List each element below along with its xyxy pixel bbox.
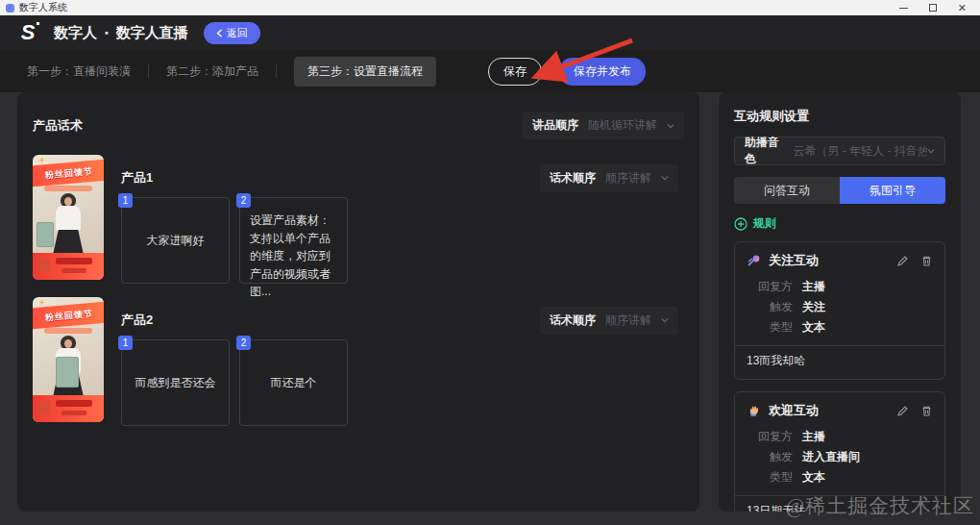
spark-icon bbox=[38, 299, 45, 306]
tab-atmosphere-guide[interactable]: 氛围引导 bbox=[840, 177, 945, 204]
back-button-label: 返回 bbox=[227, 26, 248, 40]
save-publish-button[interactable]: 保存并发布 bbox=[559, 58, 646, 86]
script-card-list: 1 而感到是否还会 2 而还是个 bbox=[121, 339, 684, 426]
rule-title: 欢迎互动 bbox=[769, 402, 819, 419]
save-button[interactable]: 保存 bbox=[488, 58, 542, 86]
product-item bbox=[37, 222, 54, 247]
product-order-select[interactable]: 讲品顺序 随机循环讲解 bbox=[523, 112, 684, 139]
rule-actions bbox=[896, 255, 933, 267]
edit-icon[interactable] bbox=[896, 255, 909, 267]
rule-field: 回复方 主播 bbox=[747, 427, 933, 447]
promo-subline bbox=[44, 186, 92, 191]
script-card[interactable]: 2 而还是个 bbox=[239, 339, 348, 426]
chevron-down-icon bbox=[927, 147, 935, 155]
app-icon bbox=[6, 4, 14, 12]
maximize-icon[interactable] bbox=[929, 4, 937, 12]
promo-subline bbox=[44, 328, 92, 334]
add-rule-label: 规则 bbox=[753, 215, 776, 232]
rule-field: 回复方 主播 bbox=[747, 277, 933, 297]
rule-field: 触发 进入直播间 bbox=[747, 447, 933, 467]
field-label: 回复方 bbox=[747, 279, 793, 295]
step-2[interactable]: 第二步：添加产品 bbox=[166, 63, 258, 80]
rule-actions bbox=[896, 405, 933, 417]
plus-circle-icon bbox=[734, 217, 747, 231]
script-order-value: 顺序讲解 bbox=[605, 170, 651, 187]
field-value: 主播 bbox=[802, 429, 825, 445]
script-card-list: 1 大家进啊好 2 设置产品素材：支持以单个产品的维度，对应到产品的视频或者图.… bbox=[121, 197, 684, 284]
product-panel-header: 产品话术 讲品顺序 随机循环讲解 bbox=[33, 112, 684, 139]
product-name: 产品2 bbox=[121, 312, 153, 329]
close-icon[interactable]: ✕ bbox=[958, 3, 967, 13]
brand-title: 数字人 • 数字人直播 bbox=[54, 24, 188, 42]
script-card-number: 2 bbox=[236, 336, 251, 350]
comet-icon bbox=[747, 254, 761, 268]
voice-label: 助播音色 bbox=[745, 135, 784, 167]
app-header: S 数字人 • 数字人直播 返回 bbox=[0, 15, 980, 50]
script-card-text: 而感到是否还会 bbox=[135, 375, 216, 391]
script-order-label: 话术顺序 bbox=[550, 170, 596, 187]
brand-logo-icon: S bbox=[15, 20, 40, 45]
assistant-voice-select[interactable]: 助播音色 云希（男 - 年轻人 - 抖音热门） bbox=[734, 137, 945, 165]
delete-icon[interactable] bbox=[920, 405, 933, 417]
rule-reply-text: 13日期无法 bbox=[747, 496, 933, 512]
product-thumbnail: 粉丝回馈节 bbox=[33, 155, 104, 280]
window-controls: ✕ bbox=[899, 3, 974, 13]
rule-tabs: 问答互动 氛围引导 bbox=[734, 177, 945, 204]
product-item bbox=[56, 357, 79, 388]
app-window: 数字人系统 ✕ S 数字人 • 数字人直播 返回 第一步：直播间装潢 第二步：添… bbox=[0, 0, 980, 525]
app-title: 数字人系统 bbox=[19, 1, 67, 14]
field-label: 触发 bbox=[747, 299, 793, 315]
field-label: 类型 bbox=[747, 319, 793, 336]
product-script-panel: 产品话术 讲品顺序 随机循环讲解 粉丝回馈节 bbox=[17, 92, 699, 512]
script-order-select[interactable]: 话术顺序 顺序讲解 bbox=[540, 164, 678, 192]
promo-banner: 粉丝回馈节 bbox=[33, 159, 104, 187]
brand-subtitle: 数字人直播 bbox=[116, 24, 188, 42]
script-card[interactable]: 1 大家进啊好 bbox=[121, 197, 230, 284]
script-card[interactable]: 2 设置产品素材：支持以单个产品的维度，对应到产品的视频或者图... bbox=[239, 197, 348, 284]
rule-fields: 回复方 主播 触发 关注 类型 文本 bbox=[747, 277, 933, 338]
product-body: 产品1 话术顺序 顺序讲解 1 大家进啊好 2 设置产品素材：支持以单个产品的维… bbox=[121, 155, 684, 284]
field-value: 文本 bbox=[802, 319, 825, 336]
field-label: 回复方 bbox=[747, 429, 793, 445]
back-button[interactable]: 返回 bbox=[204, 22, 260, 44]
field-value: 主播 bbox=[802, 279, 825, 295]
sidebar-title: 互动规则设置 bbox=[734, 108, 945, 125]
product-row: 粉丝回馈节 产品1 话术顺序 顺序讲解 bbox=[33, 155, 684, 284]
delete-icon[interactable] bbox=[920, 255, 933, 267]
tab-qa-interaction[interactable]: 问答互动 bbox=[734, 177, 840, 204]
script-order-select[interactable]: 话术顺序 顺序讲解 bbox=[540, 307, 678, 335]
field-label: 触发 bbox=[747, 449, 793, 465]
product-header: 产品1 话术顺序 顺序讲解 bbox=[121, 168, 684, 188]
field-label: 类型 bbox=[747, 469, 793, 486]
step-divider bbox=[148, 64, 149, 78]
script-card-text: 设置产品素材：支持以单个产品的维度，对应到产品的视频或者图... bbox=[250, 213, 331, 298]
script-card[interactable]: 1 而感到是否还会 bbox=[121, 339, 230, 426]
voice-value: 云希（男 - 年轻人 - 抖音热门） bbox=[794, 143, 928, 160]
interaction-rules-panel: 互动规则设置 助播音色 云希（男 - 年轻人 - 抖音热门） 问答互动 氛围引导… bbox=[719, 92, 961, 512]
add-rule-button[interactable]: 规则 bbox=[734, 215, 776, 232]
rule-field: 类型 文本 bbox=[747, 317, 933, 338]
rule-header: 关注互动 bbox=[747, 252, 933, 269]
script-order-value: 顺序讲解 bbox=[605, 312, 651, 329]
minimize-icon[interactable] bbox=[899, 8, 908, 9]
product-header: 产品2 话术顺序 顺序讲解 bbox=[121, 311, 684, 330]
rule-card-follow: 关注互动 回复方 主播 触发 关注 类型 文本 bbox=[734, 241, 945, 380]
bottom-banner bbox=[33, 395, 104, 422]
waving-hand-icon bbox=[747, 404, 761, 418]
product-body: 产品2 话术顺序 顺序讲解 1 而感到是否还会 2 而还是个 bbox=[121, 297, 684, 426]
promo-banner-text: 粉丝回馈节 bbox=[45, 307, 94, 323]
edit-icon[interactable] bbox=[896, 405, 909, 417]
step-3-active[interactable]: 第三步：设置直播流程 bbox=[294, 57, 436, 87]
rule-header: 欢迎互动 bbox=[747, 402, 933, 419]
script-order-label: 话术顺序 bbox=[550, 312, 596, 329]
chevron-left-icon bbox=[216, 29, 223, 38]
script-card-text: 而还是个 bbox=[271, 375, 317, 391]
os-titlebar: 数字人系统 ✕ bbox=[0, 0, 980, 15]
step-1[interactable]: 第一步：直播间装潢 bbox=[27, 63, 131, 80]
script-card-number: 2 bbox=[236, 193, 251, 208]
field-value: 关注 bbox=[802, 299, 825, 315]
order-label: 讲品顺序 bbox=[532, 117, 578, 134]
step-bar: 第一步：直播间装潢 第二步：添加产品 第三步：设置直播流程 保存 保存并发布 bbox=[0, 50, 980, 92]
rule-fields: 回复方 主播 触发 进入直播间 类型 文本 bbox=[747, 427, 933, 488]
panel-title: 产品话术 bbox=[33, 117, 83, 135]
